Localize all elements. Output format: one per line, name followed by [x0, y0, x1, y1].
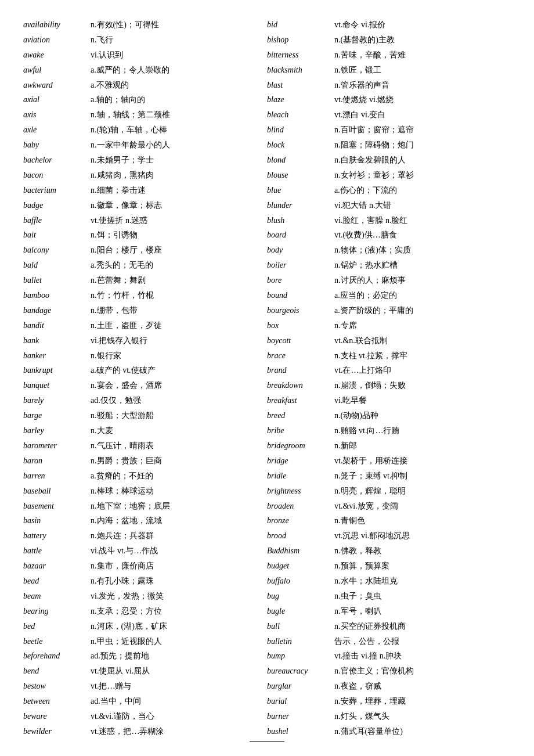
- list-item: bridegroomn.新郎: [267, 438, 511, 453]
- entry-word: bewilder: [23, 724, 87, 739]
- entry-definition: n.买空的证券投机商: [334, 619, 511, 634]
- list-item: bearingn.支承；忍受；方位: [23, 604, 267, 619]
- list-item: awfula.威严的；令人崇敬的: [23, 63, 267, 78]
- list-item: betweenad.当中，中间: [23, 694, 267, 709]
- entry-definition: n.细菌；拳击迷: [91, 183, 267, 198]
- entry-word: bandit: [23, 318, 87, 333]
- entry-definition: n.支承；忍受；方位: [91, 604, 267, 619]
- entry-definition: n.百叶窗；窗帘；遮帘: [334, 123, 511, 138]
- entry-word: barge: [23, 408, 87, 423]
- entry-definition: vt.使搓折 n.迷惑: [91, 213, 267, 228]
- list-item: breakdownn.崩溃，倒塌；失败: [267, 378, 511, 393]
- list-item: brandvt.在…上打烙印: [267, 363, 511, 378]
- list-item: bishopn.(基督教的)主教: [267, 33, 511, 48]
- list-item: blushvi.脸红，害臊 n.脸红: [267, 213, 511, 228]
- list-item: bankrupta.破产的 vt.使破产: [23, 363, 267, 378]
- list-item: blousen.女衬衫；童衫；罩衫: [267, 168, 511, 183]
- entry-word: awful: [23, 63, 87, 78]
- entry-word: bacon: [23, 168, 87, 183]
- entry-definition: n.地下室；地窖；底层: [91, 499, 267, 514]
- list-item: bounda.应当的；必定的: [267, 288, 511, 303]
- entry-word: bridge: [267, 453, 331, 469]
- entry-definition: n.男爵；贵族；巨商: [91, 453, 267, 469]
- entry-word: bend: [23, 664, 87, 679]
- entry-definition: n.(轮)轴，车轴，心棒: [91, 123, 267, 138]
- entry-definition: n.飞行: [91, 33, 267, 48]
- entry-word: banquet: [23, 378, 87, 393]
- list-item: bulletin告示，公告，公报: [267, 634, 511, 649]
- entry-word: brightness: [267, 484, 331, 499]
- list-item: burialn.安葬，埋葬，埋藏: [267, 694, 511, 709]
- entry-word: baby: [23, 138, 87, 153]
- list-item: boxn.专席: [267, 318, 511, 333]
- entry-definition: 告示，公告，公报: [334, 634, 511, 649]
- list-item: baconn.咸猪肉，熏猪肉: [23, 168, 267, 183]
- entry-definition: vi.吃早餐: [334, 393, 511, 408]
- entry-word: beware: [23, 709, 87, 724]
- list-item: bourgeoisa.资产阶级的；平庸的: [267, 303, 511, 318]
- entry-definition: n.土匪，盗匪，歹徒: [91, 318, 267, 333]
- entry-word: between: [23, 694, 87, 709]
- entry-definition: n.讨厌的人；麻烦事: [334, 273, 511, 288]
- list-item: boycottvt.&n.联合抵制: [267, 333, 511, 348]
- entry-definition: n.咸猪肉，熏猪肉: [91, 168, 267, 183]
- entry-word: basin: [23, 513, 87, 528]
- entry-definition: a.应当的；必定的: [334, 288, 511, 303]
- entry-word: blunder: [267, 198, 331, 213]
- entry-definition: n.集市，廉价商店: [91, 559, 267, 574]
- entry-definition: n.锅炉；热水贮槽: [334, 258, 511, 273]
- entry-definition: n.苦味，辛酸，苦难: [334, 48, 511, 63]
- entry-definition: n.青铜色: [334, 513, 511, 528]
- entry-definition: n.(动物)品种: [334, 408, 511, 423]
- list-item: babyn.一家中年龄最小的人: [23, 138, 267, 153]
- list-item: brightnessn.明亮，辉煌，聪明: [267, 484, 511, 499]
- entry-word: beforehand: [23, 649, 87, 664]
- entry-word: bribe: [267, 423, 331, 438]
- entry-definition: n.预算，预算案: [334, 559, 511, 574]
- entry-word: bearing: [23, 604, 87, 619]
- list-item: burnern.灯头，煤气头: [267, 709, 511, 724]
- list-item: blockn.阻塞；障碍物；炮门: [267, 138, 511, 153]
- entry-word: bestow: [23, 679, 87, 694]
- entry-word: ballet: [23, 273, 87, 288]
- list-item: bureaucracyn.官僚主义；官僚机构: [267, 664, 511, 679]
- entry-word: bore: [267, 273, 331, 288]
- entry-definition: vi.犯大错 n.大错: [334, 198, 511, 213]
- entry-definition: n.炮兵连；兵器群: [91, 528, 267, 543]
- entry-word: bachelor: [23, 153, 87, 168]
- entry-word: battle: [23, 543, 87, 559]
- entry-word: axle: [23, 123, 87, 138]
- entry-word: bishop: [267, 33, 331, 48]
- entry-word: battery: [23, 528, 87, 543]
- entry-definition: n.轴，轴线；第二颈椎: [91, 107, 267, 123]
- entry-word: bald: [23, 258, 87, 273]
- entry-definition: vt.使屈从 vi.屈从: [91, 664, 267, 679]
- entry-word: barely: [23, 393, 87, 408]
- entry-definition: n.芭蕾舞；舞剧: [91, 273, 267, 288]
- entry-word: Buddhism: [267, 543, 331, 559]
- list-item: buglen.军号，喇叭: [267, 604, 511, 619]
- entry-word: bazaar: [23, 559, 87, 574]
- entry-word: burial: [267, 694, 331, 709]
- list-item: barleyn.大麦: [23, 423, 267, 438]
- entry-definition: vi.把钱存入银行: [91, 333, 267, 348]
- entry-word: bugle: [267, 604, 331, 619]
- list-item: bargen.驳船；大型游船: [23, 408, 267, 423]
- list-item: breedn.(动物)品种: [267, 408, 511, 423]
- entry-word: bandage: [23, 303, 87, 318]
- list-item: buffalon.水牛；水陆坦克: [267, 574, 511, 589]
- entry-definition: n.新郎: [334, 438, 511, 453]
- entry-definition: a.轴的；轴向的: [91, 92, 267, 107]
- list-item: availabilityn.有效(性)；可得性: [23, 17, 267, 33]
- entry-definition: n.管乐器的声音: [334, 78, 511, 93]
- list-item: blondn.白肤金发碧眼的人: [267, 153, 511, 168]
- entry-definition: vi.脸红，害臊 n.脸红: [334, 213, 511, 228]
- list-item: bidvt.命令 vi.报价: [267, 17, 511, 33]
- entry-definition: n.佛教，释教: [334, 543, 511, 559]
- entry-definition: n.气压计，晴雨表: [91, 438, 267, 453]
- list-item: aviationn.飞行: [23, 33, 267, 48]
- entry-definition: a.破产的 vt.使破产: [91, 363, 267, 378]
- entry-definition: a.贫瘠的；不妊的: [91, 469, 267, 484]
- list-item: baitn.饵；引诱物: [23, 228, 267, 243]
- entry-definition: vi.认识到: [91, 48, 267, 63]
